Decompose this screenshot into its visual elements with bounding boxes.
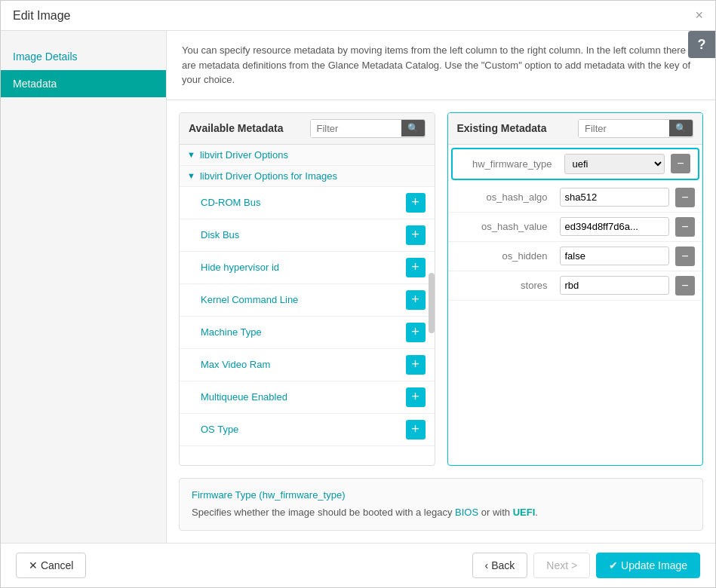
meta-value-hw-firmware-type: bios uefi <box>564 154 665 174</box>
list-item-max-video-ram[interactable]: Max Video Ram + <box>180 349 435 381</box>
available-metadata-list: ▼ libvirt Driver Options ▼ libvirt Drive… <box>180 145 435 465</box>
metadata-row-os-hidden: os_hidden − <box>448 242 703 271</box>
existing-metadata-panel: Existing Metadata 🔍 hw_firmware_type <box>447 112 704 466</box>
group-arrow-libvirt-driver-options: ▼ <box>187 150 195 159</box>
add-btn-disk-bus[interactable]: + <box>406 225 426 245</box>
available-metadata-filter-box: 🔍 <box>310 119 426 138</box>
modal-header: Edit Image × <box>1 1 715 31</box>
list-item-multiqueue-enabled[interactable]: Multiqueue Enabled + <box>180 381 435 414</box>
list-item-kernel-command-line[interactable]: Kernel Command Line + <box>180 284 435 317</box>
meta-input-os-hash-value[interactable] <box>560 217 670 236</box>
add-btn-hide-hypervisor-id[interactable]: + <box>406 258 426 277</box>
scrollbar-thumb[interactable] <box>429 273 435 333</box>
metadata-row-hw-firmware-type: hw_firmware_type bios uefi − <box>451 148 700 180</box>
available-metadata-header: Available Metadata 🔍 <box>180 113 435 145</box>
meta-key-stores: stores <box>456 280 554 291</box>
sidebar: Image Details Metadata <box>1 31 167 543</box>
existing-metadata-list: hw_firmware_type bios uefi − os_h <box>448 145 703 465</box>
add-btn-multiqueue-enabled[interactable]: + <box>406 387 426 407</box>
group-header-libvirt-driver-options[interactable]: ▼ libvirt Driver Options <box>180 145 435 166</box>
group-label-libvirt-driver-options-images: libvirt Driver Options for Images <box>200 170 337 182</box>
existing-metadata-filter-button[interactable]: 🔍 <box>669 120 693 136</box>
info-box-key: (hw_firmware_type) <box>259 489 345 501</box>
meta-value-os-hash-value <box>560 217 670 236</box>
meta-key-os-hash-algo: os_hash_algo <box>456 191 554 203</box>
meta-key-os-hash-value: os_hash_value <box>456 221 554 232</box>
modal-body: Image Details Metadata You can specify r… <box>1 31 715 543</box>
group-label-libvirt-driver-options: libvirt Driver Options <box>200 149 288 161</box>
list-item-os-type[interactable]: OS Type + <box>180 414 435 446</box>
add-btn-cd-rom-bus[interactable]: + <box>406 193 426 213</box>
remove-btn-os-hidden[interactable]: − <box>675 247 695 266</box>
remove-btn-os-hash-algo[interactable]: − <box>675 188 695 207</box>
existing-metadata-filter-box: 🔍 <box>578 119 693 138</box>
edit-image-modal: Edit Image × ? Image Details Metadata Yo… <box>0 0 716 588</box>
info-box: Firmware Type (hw_firmware_type) Specifi… <box>179 478 703 531</box>
metadata-row-stores: stores − <box>448 271 703 301</box>
list-item-cd-rom-bus[interactable]: CD-ROM Bus + <box>180 187 435 219</box>
meta-input-os-hash-algo[interactable] <box>560 188 670 207</box>
available-metadata-panel: Available Metadata 🔍 ▼ libvirt Driver Op… <box>179 112 435 466</box>
add-btn-os-type[interactable]: + <box>406 420 426 439</box>
meta-value-os-hash-algo <box>560 188 670 207</box>
meta-key-os-hidden: os_hidden <box>456 250 554 262</box>
meta-key-hw-firmware-type: hw_firmware_type <box>460 158 558 170</box>
meta-input-stores[interactable] <box>560 276 670 295</box>
group-header-libvirt-driver-options-images[interactable]: ▼ libvirt Driver Options for Images <box>180 166 435 187</box>
back-button[interactable]: ‹ Back <box>472 553 528 578</box>
metadata-row-os-hash-value: os_hash_value − <box>448 213 703 242</box>
update-image-button[interactable]: ✔ Update Image <box>596 553 700 578</box>
footer-right: ‹ Back Next > ✔ Update Image <box>472 553 700 578</box>
info-box-text: Specifies whether the image should be bo… <box>192 505 690 520</box>
description-text: You can specify resource metadata by mov… <box>167 31 715 100</box>
add-btn-machine-type[interactable]: + <box>406 323 426 342</box>
available-metadata-title: Available Metadata <box>189 122 284 134</box>
modal-title: Edit Image <box>13 9 70 23</box>
list-group-libvirt-driver-options: ▼ libvirt Driver Options <box>180 145 435 166</box>
remove-btn-stores[interactable]: − <box>675 276 695 296</box>
close-button[interactable]: × <box>695 8 703 23</box>
next-button[interactable]: Next > <box>533 553 590 578</box>
meta-input-os-hidden[interactable] <box>560 247 670 265</box>
add-btn-max-video-ram[interactable]: + <box>406 355 426 375</box>
existing-metadata-filter-input[interactable] <box>579 120 669 137</box>
list-item-disk-bus[interactable]: Disk Bus + <box>180 219 435 252</box>
group-arrow-libvirt-driver-options-images: ▼ <box>187 171 195 180</box>
list-item-hide-hypervisor-id[interactable]: Hide hypervisor id + <box>180 252 435 284</box>
cancel-button[interactable]: ✕ Cancel <box>16 553 86 578</box>
meta-value-stores <box>560 276 670 295</box>
available-metadata-filter-input[interactable] <box>311 120 401 137</box>
existing-metadata-title: Existing Metadata <box>457 122 547 134</box>
remove-btn-hw-firmware-type[interactable]: − <box>671 154 690 173</box>
metadata-area: Available Metadata 🔍 ▼ libvirt Driver Op… <box>167 100 715 478</box>
info-bios-link: BIOS <box>455 507 478 518</box>
existing-metadata-header: Existing Metadata 🔍 <box>448 113 703 145</box>
sidebar-item-image-details[interactable]: Image Details <box>1 43 166 70</box>
remove-btn-os-hash-value[interactable]: − <box>675 217 695 237</box>
sidebar-item-metadata[interactable]: Metadata <box>1 70 166 97</box>
available-metadata-filter-button[interactable]: 🔍 <box>401 120 425 136</box>
list-group-libvirt-driver-options-images: ▼ libvirt Driver Options for Images CD-R… <box>180 166 435 446</box>
info-box-title: Firmware Type (hw_firmware_type) <box>192 489 690 501</box>
list-item-machine-type[interactable]: Machine Type + <box>180 317 435 349</box>
info-uefi-link: UEFI <box>513 507 536 518</box>
metadata-row-os-hash-algo: os_hash_algo − <box>448 183 703 213</box>
main-content: You can specify resource metadata by mov… <box>167 31 715 543</box>
help-button[interactable]: ? <box>688 31 715 58</box>
modal-footer: ✕ Cancel ‹ Back Next > ✔ Update Image <box>1 543 715 587</box>
meta-select-hw-firmware-type[interactable]: bios uefi <box>564 154 665 174</box>
footer-left: ✕ Cancel <box>16 553 86 578</box>
add-btn-kernel-command-line[interactable]: + <box>406 290 426 310</box>
meta-value-os-hidden <box>560 247 670 265</box>
